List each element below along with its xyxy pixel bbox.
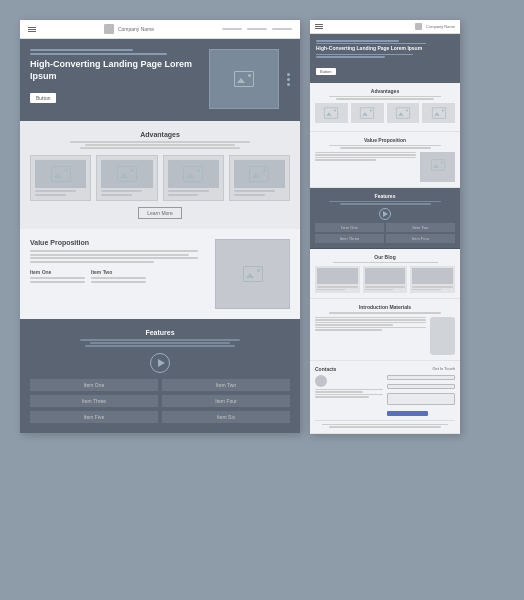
r-blog-line [333, 262, 438, 264]
hero-image [209, 49, 279, 109]
r-nav-logo: Company Name [415, 23, 455, 30]
r-contact-line-2 [315, 391, 363, 393]
r-submit-button[interactable] [387, 411, 428, 416]
feat-line-2 [90, 342, 230, 344]
card-line-4b [234, 194, 265, 196]
right-blog: Our Blog [310, 249, 460, 300]
right-value: Value Proposition [310, 132, 460, 188]
r-feat-sub-2 [340, 203, 431, 205]
r-contact-line-3 [315, 394, 383, 396]
vt-line-3 [30, 257, 198, 259]
r-contact-line-1 [315, 389, 383, 391]
value-section: Value Proposition Item One Item Two [20, 229, 300, 319]
hamburger-icon[interactable] [28, 27, 36, 32]
r-feat-sub-1 [329, 201, 441, 203]
r-input-name[interactable] [387, 375, 455, 380]
r-it-3 [315, 322, 426, 324]
dot-1 [287, 73, 290, 76]
play-button[interactable] [150, 353, 170, 373]
features-grid: Item One Item Two Item Three Item Four I… [30, 379, 290, 423]
r-hamburger-icon[interactable] [315, 24, 323, 29]
r-blog-cards [315, 266, 455, 293]
card-img-icon-2 [117, 166, 137, 182]
r-play-button[interactable] [379, 208, 391, 220]
feature-item-1: Item One [30, 379, 158, 391]
value-text-lines [30, 250, 207, 263]
r-it-4 [315, 324, 393, 326]
nav-item-3[interactable] [272, 28, 292, 30]
r-adv-line-2 [336, 98, 434, 100]
r-contact-line-4 [315, 396, 369, 398]
hero-button[interactable]: Button [30, 93, 56, 103]
r-val-img-icon [431, 159, 445, 170]
item-one-line-2 [30, 281, 85, 283]
r-hero-small-4 [316, 56, 385, 58]
left-hero-section: High-Converting Landing Page Lorem Ipsum… [20, 39, 300, 121]
hamburger-line-1 [28, 27, 36, 28]
r-value-title: Value Proposition [315, 137, 455, 143]
nav-logo: Company Name [104, 24, 154, 34]
card-img-icon-1 [51, 166, 71, 182]
r-phone-mockup [430, 317, 455, 355]
hamburger-line-3 [28, 31, 36, 32]
r-features-title: Features [315, 193, 455, 199]
value-item-one: Item One [30, 269, 85, 283]
r-it-5 [315, 327, 426, 329]
r-hero-small-2 [316, 43, 426, 45]
r-ham-line-2 [315, 26, 323, 27]
r-input-message[interactable] [387, 393, 455, 405]
card-line-3a [168, 190, 209, 192]
card-image-1 [35, 160, 86, 188]
item-one-line-1 [30, 277, 85, 279]
r-vt-3 [315, 157, 416, 159]
r-hero-button[interactable]: Button [316, 68, 336, 75]
r-vt-1 [315, 152, 416, 154]
r-hero-title: High-Converting Landing Page Lorem Ipsum [316, 45, 454, 52]
nav-item-2[interactable] [247, 28, 267, 30]
features-title: Features [30, 329, 290, 336]
r-vt-2 [315, 154, 416, 156]
r-blog-text-3 [365, 286, 406, 288]
r-feat-1: Item One [315, 223, 384, 232]
features-subtitle-lines [30, 339, 290, 347]
nav-item-1[interactable] [222, 28, 242, 30]
r-blog-card-2 [363, 266, 408, 293]
logo-text: Company Name [118, 26, 154, 32]
r-feat-2: Item Two [386, 223, 455, 232]
card-line-4a [234, 190, 275, 192]
r-hero-small-1 [316, 40, 399, 42]
r-footer-line-1 [322, 424, 448, 426]
r-avatar [315, 375, 327, 387]
r-contacts-title: Contacts [315, 366, 336, 372]
r-intro-row [315, 317, 455, 355]
left-nav: Company Name [20, 20, 300, 39]
r-ham-line-3 [315, 28, 323, 29]
r-blog-card-3 [410, 266, 455, 293]
right-contacts: Contacts Get In Touch [310, 361, 460, 434]
main-container: Company Name High-Converting Landing Pag… [0, 0, 524, 600]
r-value-row [315, 152, 455, 182]
card-image-2 [101, 160, 152, 188]
r-blog-card-1 [315, 266, 360, 293]
card-line-1a [35, 190, 76, 192]
r-adv-img-2 [360, 107, 374, 118]
r-adv-card-2 [351, 103, 384, 123]
r-blog-title: Our Blog [315, 254, 455, 260]
r-intro-title: Introduction Materials [315, 304, 455, 310]
r-logo-icon [415, 23, 422, 30]
card-line-2a [101, 190, 142, 192]
r-feat-4: Item Four [386, 234, 455, 243]
vt-line-1 [30, 250, 198, 252]
r-advantages-title: Advantages [315, 88, 455, 94]
r-input-email[interactable] [387, 384, 455, 389]
learn-more-button[interactable]: Learn More [138, 207, 182, 219]
advantage-card-2 [96, 155, 157, 201]
card-line-3b [168, 194, 199, 196]
value-img-icon [243, 266, 263, 282]
right-features: Features Item One Item Two Item Three It… [310, 188, 460, 249]
vt-line-2 [30, 254, 189, 256]
features-section: Features Item One Item Two Item Three It… [20, 319, 300, 433]
r-blog-img-2 [365, 268, 406, 284]
feature-item-4: Item Four [162, 395, 290, 407]
card-img-icon-4 [249, 166, 269, 182]
